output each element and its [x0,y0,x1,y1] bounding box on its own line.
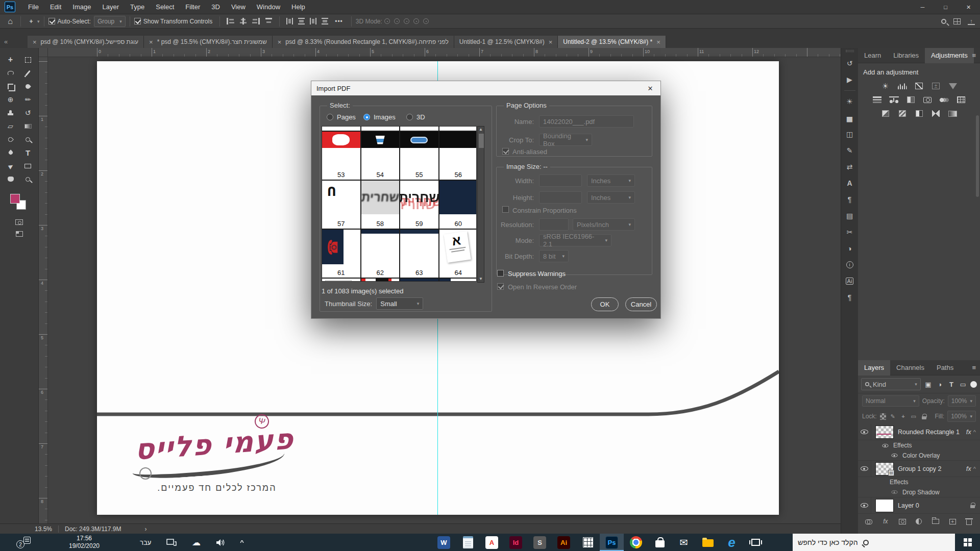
adjustment-levels-icon[interactable] [898,83,907,89]
tab-paths[interactable]: Paths [930,360,960,375]
adjustment-selective-color-icon[interactable] [932,110,940,117]
search-icon[interactable] [941,19,946,24]
tab-layers[interactable]: Layers [858,360,890,375]
lock-position-icon[interactable]: + [899,413,906,419]
crop-tool[interactable] [2,80,19,93]
pen-tool[interactable] [2,146,19,159]
pdf-thumbnail-58[interactable]: שחרית58 [361,181,400,229]
visibility-eye-icon[interactable] [892,454,898,457]
glyphs-panel-icon[interactable]: ▤ [843,209,856,222]
pdf-thumbnail-53[interactable]: 53 [322,132,360,180]
align-center-icon[interactable] [239,18,247,24]
adjust-panel-icon[interactable]: ◑ [843,242,856,255]
eraser-tool[interactable]: ▱ [2,119,19,133]
adjustment-invert-icon[interactable] [882,110,889,117]
blur-tool[interactable] [2,133,19,146]
info-panel-icon[interactable]: i [843,258,856,271]
move-tool[interactable]: + [2,53,19,66]
adjustment-color-balance-icon[interactable] [889,96,899,103]
brush-settings-panel-icon[interactable]: ✎ [843,144,856,157]
dialog-close-icon[interactable]: ✕ [640,81,660,95]
close-button[interactable]: ✕ [957,0,980,14]
lock-all-icon[interactable] [922,414,926,419]
pdf-thumbnail-61[interactable]: ☎61 [322,230,360,278]
new-adjustment-layer-icon[interactable] [914,517,923,525]
fx-badge[interactable]: fx [966,465,971,472]
pdf-thumbnail-62[interactable]: 62 [361,230,400,278]
new-group-icon[interactable] [931,517,940,525]
filter-pixel-layers-icon[interactable]: ▣ [924,381,933,388]
swap-panel-icon[interactable]: ⇄ [843,160,856,173]
auto-select-group-dropdown[interactable]: Group▾ [94,16,126,27]
adjustment-color-lookup-icon[interactable] [957,96,965,103]
radio-images[interactable]: Images [363,113,396,121]
visibility-eye-icon[interactable] [861,503,868,508]
adjustment-gradient-map-icon[interactable] [948,111,957,117]
panel-scrollbar[interactable] [976,115,979,197]
visibility-eye-icon[interactable] [861,466,868,471]
taskbar-app-notepad[interactable] [456,534,480,551]
thumbnail-size-dropdown[interactable]: Small▾ [376,297,423,310]
menu-window[interactable]: Window [251,0,286,14]
adjustment-posterize-icon[interactable] [899,110,906,117]
taskbar-app-word[interactable]: W [432,534,456,551]
pdf-thumbnail-56[interactable]: 56 [439,132,477,180]
paragraph-styles-panel-icon[interactable]: ¶ [843,291,856,304]
slice-panel-icon[interactable]: ✂ [843,226,856,239]
taskbar-app-taskview[interactable] [744,534,768,551]
tab-libraries[interactable]: Libraries [887,48,925,63]
taskbar-app-explorer[interactable] [696,534,720,551]
fx-badge[interactable]: fx [966,428,971,436]
status-options-chevron-icon[interactable]: › [145,525,147,533]
screen-mode-icon[interactable] [16,231,23,237]
zoom-level-field[interactable]: 13.5% [35,525,52,533]
more-options-icon[interactable]: ••• [335,18,343,25]
color-overlay-row[interactable]: Color Overlay [858,450,980,461]
pdf-thumbnail-59[interactable]: שחרית59 [400,181,438,229]
layer-thumbnail[interactable] [875,425,894,439]
document-tab-1[interactable]: עוגת ספיישל.psd @ 10% (CMYK/8#)× [28,36,144,48]
adjustment-black-white-icon[interactable] [907,96,915,103]
align-right-icon[interactable] [252,18,260,24]
document-tab-2[interactable]: שמשונית חצר.psd @ 15.5% (CMYK/8#) *× [144,36,273,48]
illustrator-panel-icon[interactable]: Ai [843,274,856,288]
filter-toggle-icon[interactable] [970,381,977,388]
adjustment-curves-icon[interactable] [915,83,923,89]
document-size-info[interactable]: Doc: 249.3M/117.9M [65,525,121,533]
link-layers-icon[interactable] [864,517,873,525]
menu-help[interactable]: Help [286,0,311,14]
auto-select-checkbox[interactable] [48,18,55,24]
visibility-eye-icon[interactable] [892,490,898,494]
filter-type-layers-icon[interactable]: T [947,381,956,388]
taskbar-clock[interactable]: 17:56 19/02/2020 [46,535,122,550]
taskbar-search-box[interactable]: הקלד כאן כדי לחפש [793,534,955,551]
menu-3d[interactable]: 3D [206,0,226,14]
clone-stamp-tool[interactable] [2,106,19,119]
menu-filter[interactable]: Filter [180,0,206,14]
grid-scrollbar[interactable]: ▲ ▼ [477,126,484,283]
pdf-thumbnail-55[interactable]: 55 [400,132,438,180]
delete-layer-icon[interactable] [965,517,974,525]
drop-shadow-row[interactable]: Drop Shadow [858,487,980,497]
lasso-tool[interactable] [2,66,19,80]
styles-panel-icon[interactable]: ☀ [843,95,856,108]
layer-effects-icon[interactable]: fx [881,517,890,525]
menu-file[interactable]: File [22,0,44,14]
radio-pages[interactable]: Pages [327,113,356,121]
layer-thumbnail[interactable]: ▤ [875,462,894,475]
tab-close-icon[interactable]: × [656,38,660,46]
quick-mask-icon[interactable] [15,219,23,225]
suppress-warnings-checkbox[interactable] [497,270,504,277]
spot-healing-tool[interactable]: ⊕ [2,93,19,106]
start-button[interactable] [955,534,980,551]
panel-menu-icon[interactable]: ≡ [972,52,976,59]
menu-select[interactable]: Select [150,0,180,14]
layer-thumbnail[interactable] [875,499,894,512]
align-left-icon[interactable] [227,18,234,24]
gradient-tool[interactable] [19,119,37,133]
adjustment-channel-mixer-icon[interactable] [939,96,949,103]
scroll-up-icon[interactable]: ▲ [479,127,483,132]
adjustment-brightness-contrast-icon[interactable]: ☀ [880,82,891,90]
show-transform-controls-checkbox[interactable] [134,18,141,24]
action-center-icon[interactable]: 2 [16,536,32,548]
